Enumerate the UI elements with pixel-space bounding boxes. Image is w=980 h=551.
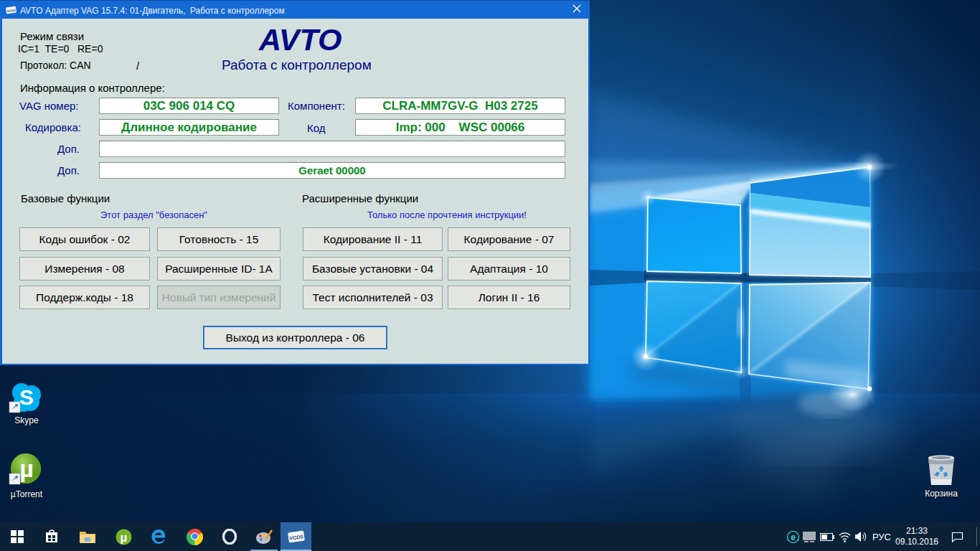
svg-text:µ: µ <box>19 455 34 482</box>
svg-text:µ: µ <box>120 531 127 545</box>
svg-text:e: e <box>791 532 796 542</box>
svg-text:S: S <box>19 385 34 409</box>
